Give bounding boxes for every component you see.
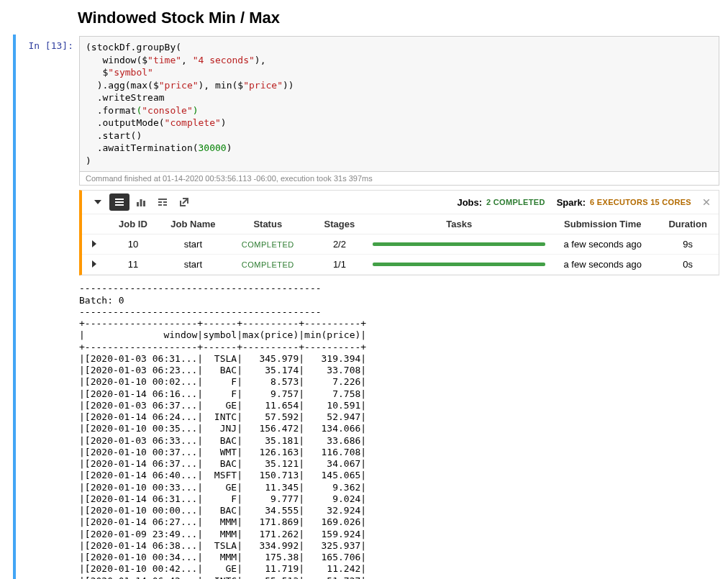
command-finished-status: Command finished at 01-14-2020 00:53:56.… xyxy=(79,172,719,186)
cell-body: (stockDf.groupBy( window($"time", "4 sec… xyxy=(79,36,728,579)
table-icon xyxy=(157,196,168,208)
tasks-progress-bar xyxy=(373,242,545,246)
cell-stages: 1/1 xyxy=(309,255,370,275)
jobs-label: Jobs: xyxy=(457,197,482,208)
expand-row-icon[interactable] xyxy=(92,240,96,247)
notebook-cell: In [13]: (stockDf.groupBy( window($"time… xyxy=(13,35,728,579)
svg-rect-9 xyxy=(158,204,162,206)
col-status: Status xyxy=(227,214,309,234)
svg-rect-0 xyxy=(115,199,124,200)
table-row[interactable]: 11startCOMPLETED1/1a few seconds ago0s xyxy=(82,255,719,275)
col-submission-time: Submission Time xyxy=(548,214,657,234)
cell-status: COMPLETED xyxy=(242,260,294,269)
expand-row-icon[interactable] xyxy=(92,260,96,268)
col-job-name: Job Name xyxy=(160,214,227,234)
chevron-down-icon xyxy=(94,200,101,204)
jobs-completed-count: 2 COMPLETED xyxy=(486,198,545,206)
cell-status: COMPLETED xyxy=(242,240,294,249)
svg-rect-10 xyxy=(163,204,167,206)
code-input[interactable]: (stockDf.groupBy( window($"time", "4 sec… xyxy=(79,36,719,172)
table-row[interactable]: 10startCOMPLETED2/2a few seconds ago9s xyxy=(82,234,719,255)
jobs-table: Job ID Job Name Status Stages Tasks Subm… xyxy=(82,214,719,275)
external-link-icon xyxy=(178,196,190,208)
svg-rect-4 xyxy=(140,199,142,206)
close-panel-button[interactable] xyxy=(700,196,713,209)
tasks-progress-bar xyxy=(373,263,545,266)
col-duration: Duration xyxy=(657,214,719,234)
section-heading: Windowed Stock Min / Max xyxy=(78,9,728,27)
table-view-button[interactable] xyxy=(153,193,173,211)
close-icon xyxy=(702,198,711,206)
svg-rect-1 xyxy=(115,201,124,203)
list-icon xyxy=(114,196,125,208)
col-job-id: Job ID xyxy=(106,214,160,234)
cell-duration: 0s xyxy=(657,255,719,275)
svg-rect-7 xyxy=(158,201,162,203)
panel-toolbar: Jobs: 2 COMPLETED Spark: 6 EXECUTORS 15 … xyxy=(82,191,719,214)
col-tasks: Tasks xyxy=(370,214,548,234)
cell-job-name: start xyxy=(160,234,227,255)
collapse-toggle[interactable] xyxy=(88,193,108,211)
console-output: ----------------------------------------… xyxy=(79,283,719,579)
svg-rect-6 xyxy=(158,199,167,200)
svg-rect-3 xyxy=(137,202,139,206)
cell-submission-time: a few seconds ago xyxy=(548,255,657,275)
cell-duration: 9s xyxy=(657,234,719,255)
spark-label: Spark: xyxy=(557,197,586,208)
svg-rect-5 xyxy=(143,201,145,206)
cell-stages: 2/2 xyxy=(309,234,370,255)
svg-rect-2 xyxy=(115,204,124,206)
spark-jobs-panel: Jobs: 2 COMPLETED Spark: 6 EXECUTORS 15 … xyxy=(79,190,719,275)
chart-view-button[interactable] xyxy=(131,193,151,211)
spark-resources: 6 EXECUTORS 15 CORES xyxy=(590,198,691,206)
cell-job-id: 10 xyxy=(106,234,160,255)
bar-chart-icon xyxy=(135,196,147,208)
open-external-button[interactable] xyxy=(174,193,194,211)
cell-prompt: In [13]: xyxy=(16,36,79,579)
list-view-button[interactable] xyxy=(109,193,129,211)
cell-submission-time: a few seconds ago xyxy=(548,234,657,255)
col-stages: Stages xyxy=(309,214,370,234)
svg-rect-8 xyxy=(163,201,167,203)
cell-job-id: 11 xyxy=(106,255,160,275)
cell-job-name: start xyxy=(160,255,227,275)
